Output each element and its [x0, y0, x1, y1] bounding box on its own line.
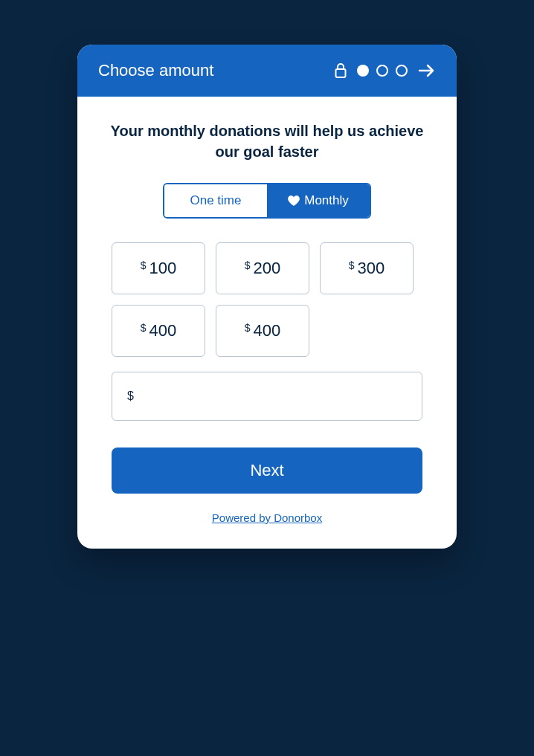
- frequency-onetime-label: One time: [190, 193, 242, 208]
- card-header: Choose amount: [77, 45, 457, 97]
- frequency-onetime-button[interactable]: One time: [164, 184, 267, 217]
- frequency-monthly-label: Monthly: [304, 193, 349, 208]
- custom-amount-field[interactable]: $: [112, 372, 422, 421]
- powered-by-link[interactable]: Powered by Donorbox: [212, 511, 322, 524]
- step-dots: [357, 65, 408, 77]
- svg-rect-0: [336, 69, 346, 77]
- currency-symbol: $: [127, 390, 134, 403]
- heart-icon: [288, 196, 300, 206]
- step-dot: [396, 65, 408, 77]
- amount-option[interactable]: $ 400: [112, 305, 205, 357]
- amount-grid: $ 100 $ 200 $ 300 $ 400 $ 400: [104, 242, 430, 357]
- lock-icon: [335, 63, 347, 78]
- amount-value: 200: [254, 259, 281, 278]
- currency-symbol: $: [141, 322, 147, 334]
- card-content: Your monthly donations will help us achi…: [77, 97, 457, 549]
- currency-symbol: $: [245, 322, 251, 334]
- frequency-toggle: One time Monthly: [163, 183, 371, 219]
- arrow-right-icon[interactable]: [418, 63, 436, 78]
- amount-option[interactable]: $ 200: [216, 242, 309, 294]
- custom-amount-input[interactable]: [141, 388, 407, 405]
- amount-option[interactable]: $ 400: [216, 305, 309, 357]
- amount-value: 300: [358, 259, 385, 278]
- currency-symbol: $: [141, 259, 147, 271]
- currency-symbol: $: [245, 259, 251, 271]
- powered-by: Powered by Donorbox: [104, 511, 430, 531]
- amount-value: 100: [149, 259, 177, 278]
- amount-value: 400: [254, 321, 281, 340]
- step-dot: [376, 65, 388, 77]
- step-dot-active: [357, 65, 369, 77]
- donation-heading: Your monthly donations will help us achi…: [104, 120, 430, 162]
- header-controls: [335, 63, 436, 78]
- frequency-monthly-button[interactable]: Monthly: [267, 184, 370, 217]
- donation-card: Choose amount Your monthly donations wil…: [77, 45, 457, 549]
- amount-option[interactable]: $ 100: [112, 242, 205, 294]
- header-title: Choose amount: [98, 61, 213, 80]
- currency-symbol: $: [349, 259, 355, 271]
- amount-value: 400: [149, 321, 177, 340]
- amount-option[interactable]: $ 300: [320, 242, 414, 294]
- next-button[interactable]: Next: [112, 448, 422, 494]
